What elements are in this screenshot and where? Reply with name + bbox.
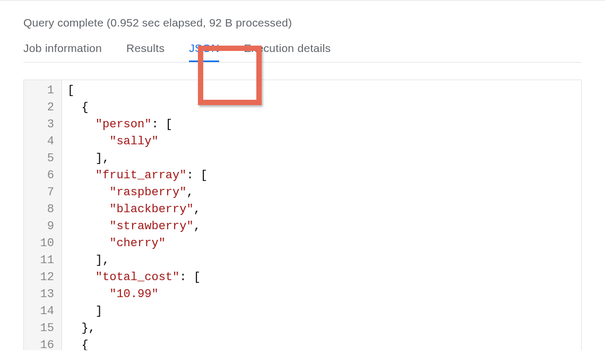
top-divider [0,0,605,1]
line-number-gutter: 12345678910111213141516 [24,80,62,350]
code-content[interactable]: [ { "person": [ "sally" ], "fruit_array"… [62,80,208,350]
query-status: Query complete (0.952 sec elapsed, 92 B … [23,16,605,29]
results-tabs: Job information Results JSON Execution d… [23,42,582,63]
tab-job-information[interactable]: Job information [23,42,102,62]
tab-execution-details[interactable]: Execution details [244,42,331,62]
tab-results[interactable]: Results [126,42,165,62]
code-editor[interactable]: 12345678910111213141516 [ { "person": [ … [23,80,582,350]
tab-json[interactable]: JSON [189,42,219,62]
